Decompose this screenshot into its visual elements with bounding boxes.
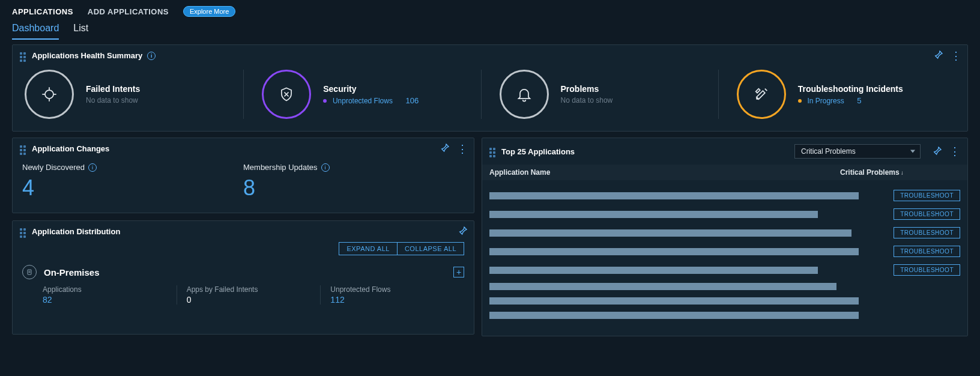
metric-failed-intents-label: Apps by Failed Intents — [187, 285, 321, 294]
in-progress-count: 5 — [857, 96, 861, 105]
info-icon[interactable]: i — [88, 163, 97, 172]
more-icon[interactable]: ⋮ — [949, 146, 960, 157]
troubleshoot-button[interactable]: TROUBLESHOOT — [894, 190, 960, 201]
troubleshoot-button[interactable]: TROUBLESHOOT — [894, 208, 960, 220]
table-row: TROUBLESHOOT — [489, 264, 960, 276]
pin-icon[interactable] — [458, 226, 468, 237]
drag-handle-icon[interactable] — [20, 145, 27, 153]
pin-icon[interactable] — [933, 146, 942, 157]
application-distribution-title: Application Distribution — [32, 227, 120, 236]
metric-unprotected-flows-label: Unprotected Flows — [330, 285, 464, 294]
nav-add-applications[interactable]: ADD APPLICATIONS — [88, 7, 169, 16]
newly-discovered-label: Newly Discovered — [22, 163, 85, 172]
metric-applications-value[interactable]: 82 — [43, 295, 177, 305]
info-icon[interactable]: i — [147, 52, 156, 60]
col-critical-problems-label: Critical Problems — [840, 168, 900, 177]
health-troubleshooting: Troubleshooting Incidents In Progress 5 — [718, 70, 955, 119]
col-application-name[interactable]: Application Name — [489, 168, 840, 177]
info-icon[interactable]: i — [321, 163, 330, 172]
drag-handle-icon[interactable] — [489, 148, 497, 155]
application-changes-card: Application Changes ⋮ Newly Discovered i… — [12, 138, 474, 213]
application-distribution-card: Application Distribution EXPAND ALL COLL… — [12, 220, 474, 335]
metric-applications-label: Applications — [43, 285, 177, 294]
drag-handle-icon[interactable] — [20, 52, 27, 59]
problems-sub: No data to show — [561, 96, 613, 105]
explore-more-badge[interactable]: Explore More — [183, 6, 235, 17]
bar — [489, 297, 859, 305]
membership-updates-value[interactable]: 8 — [243, 175, 464, 201]
tools-icon — [737, 70, 786, 119]
table-row: TROUBLESHOOT — [489, 190, 960, 201]
bar — [489, 283, 836, 290]
troubleshoot-button[interactable]: TROUBLESHOOT — [894, 227, 960, 238]
document-icon — [22, 265, 37, 279]
bell-icon — [500, 70, 549, 119]
unprotected-flows-count: 106 — [406, 96, 419, 105]
critical-problems-dropdown[interactable]: Critical Problems — [794, 144, 921, 159]
bar — [489, 312, 859, 319]
health-summary-title: Applications Health Summary — [32, 51, 142, 60]
troubleshoot-button[interactable]: TROUBLESHOOT — [894, 264, 960, 276]
top-25-bars: TROUBLESHOOTTROUBLESHOOTTROUBLESHOOTTROU… — [482, 180, 967, 336]
table-row — [489, 283, 960, 290]
more-icon[interactable]: ⋮ — [951, 50, 961, 61]
bar — [489, 248, 859, 255]
bar — [489, 192, 859, 199]
failed-intents-sub: No data to show — [86, 96, 140, 105]
health-summary-card: Applications Health Summary i ⋮ Failed I… — [12, 44, 968, 132]
more-icon[interactable]: ⋮ — [457, 144, 468, 154]
table-row: TROUBLESHOOT — [489, 208, 960, 220]
membership-updates-label: Membership Updates — [243, 163, 318, 172]
health-failed-intents: Failed Intents No data to show — [25, 70, 243, 119]
problems-heading: Problems — [561, 84, 613, 94]
bar — [489, 267, 818, 274]
metric-unprotected-flows-value[interactable]: 112 — [330, 295, 464, 305]
shield-x-icon — [262, 70, 311, 119]
svg-point-0 — [45, 90, 53, 99]
tab-dashboard[interactable]: Dashboard — [12, 23, 59, 40]
security-heading: Security — [323, 84, 419, 94]
table-row — [489, 312, 960, 319]
tab-list[interactable]: List — [73, 23, 88, 40]
top-25-title: Top 25 Applications — [501, 147, 575, 156]
newly-discovered-value[interactable]: 4 — [22, 175, 243, 201]
unprotected-flows-link[interactable]: Unprotected Flows — [333, 97, 393, 105]
expand-all-button[interactable]: EXPAND ALL — [339, 242, 397, 255]
pin-icon[interactable] — [440, 143, 450, 154]
col-critical-problems[interactable]: Critical Problems↓ — [840, 168, 960, 177]
health-security: Security Unprotected Flows 106 — [243, 70, 480, 119]
failed-intents-heading: Failed Intents — [86, 84, 140, 94]
metric-failed-intents-value: 0 — [187, 295, 321, 305]
health-problems: Problems No data to show — [481, 70, 718, 119]
sort-desc-icon: ↓ — [901, 169, 904, 176]
table-row: TROUBLESHOOT — [489, 227, 960, 238]
table-row: TROUBLESHOOT — [489, 246, 960, 257]
dot-icon — [798, 99, 802, 103]
add-button[interactable]: + — [453, 267, 464, 277]
in-progress-link[interactable]: In Progress — [807, 97, 844, 105]
dot-icon — [323, 99, 327, 103]
bar — [489, 229, 851, 237]
troubleshoot-button[interactable]: TROUBLESHOOT — [894, 246, 960, 257]
target-icon — [25, 70, 74, 119]
table-row — [489, 297, 960, 305]
drag-handle-icon[interactable] — [20, 228, 27, 235]
bar — [489, 211, 818, 218]
pin-icon[interactable] — [934, 50, 943, 61]
nav-applications[interactable]: APPLICATIONS — [12, 7, 73, 16]
on-premises-label: On-Premises — [44, 267, 100, 277]
top-25-applications-card: Top 25 Applications Critical Problems ⋮ … — [482, 138, 968, 336]
application-changes-title: Application Changes — [32, 144, 109, 153]
troubleshooting-heading: Troubleshooting Incidents — [798, 84, 903, 94]
collapse-all-button[interactable]: COLLAPSE ALL — [398, 242, 464, 255]
